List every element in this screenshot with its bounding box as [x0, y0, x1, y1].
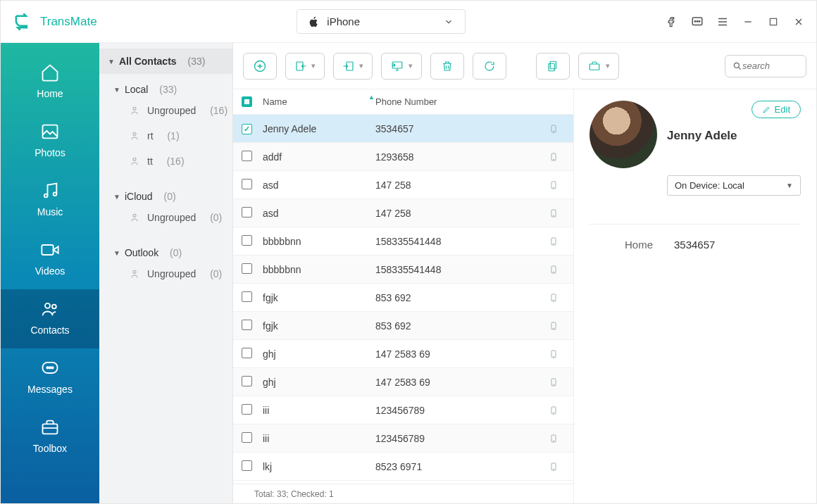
import-button[interactable]: ▾	[285, 53, 325, 80]
row-phone: 147 2583 69	[375, 348, 549, 360]
row-checkbox[interactable]	[242, 348, 252, 358]
device-selector[interactable]: iPhone	[297, 9, 466, 34]
table-header: Name▲ Phone Number	[233, 89, 573, 115]
table-row[interactable]: addf1293658	[233, 143, 573, 171]
detail-name: Jenny Adele	[667, 129, 737, 143]
tree-header-all-contacts[interactable]: ▼ All Contacts (33)	[99, 49, 232, 74]
svg-rect-25	[550, 61, 556, 69]
nav-toolbox[interactable]: Toolbox	[1, 408, 99, 467]
sort-asc-icon: ▲	[368, 94, 375, 101]
svg-rect-15	[43, 424, 58, 434]
table-row[interactable]: fgjk853 692	[233, 284, 573, 312]
person-icon	[130, 268, 142, 279]
minimize-icon[interactable]	[742, 15, 754, 28]
row-checkbox[interactable]	[242, 124, 252, 134]
merge-button[interactable]	[536, 53, 570, 80]
status-bar: Total: 33; Checked: 1	[233, 484, 573, 503]
row-checkbox[interactable]	[242, 179, 252, 189]
tree-leaf[interactable]: Ungrouped (0)	[113, 205, 232, 230]
maximize-icon[interactable]	[767, 15, 780, 28]
svg-point-20	[133, 270, 136, 273]
toolbox-icon	[40, 417, 60, 437]
nav-music[interactable]: Music	[1, 171, 99, 230]
table-row[interactable]: lkj8523 6971	[233, 453, 573, 481]
table-row[interactable]: asd147 258	[233, 171, 573, 199]
home-icon	[40, 63, 60, 82]
row-checkbox[interactable]	[242, 320, 252, 330]
nav-messages[interactable]: Messages	[1, 348, 99, 408]
menu-icon[interactable]	[716, 15, 729, 28]
table-row[interactable]: iii123456789	[233, 396, 573, 424]
checkbox-all[interactable]	[242, 96, 252, 107]
feedback-icon[interactable]	[691, 15, 704, 28]
row-phone: 853 692	[375, 292, 549, 303]
svg-point-3	[699, 20, 700, 22]
row-checkbox[interactable]	[242, 376, 252, 386]
column-phone[interactable]: Phone Number	[375, 96, 565, 107]
tree-group[interactable]: ▼ Outlook (0)	[113, 244, 232, 261]
row-name: fgjk	[263, 292, 375, 303]
row-checkbox[interactable]	[242, 235, 252, 246]
nav-videos[interactable]: Videos	[1, 230, 99, 289]
device-icon	[549, 405, 565, 416]
delete-button[interactable]	[430, 53, 464, 80]
svg-point-42	[554, 300, 554, 301]
facebook-icon[interactable]	[666, 15, 678, 28]
table-row[interactable]: asd147 258	[233, 199, 573, 227]
close-icon[interactable]	[792, 15, 805, 28]
row-checkbox[interactable]	[242, 404, 252, 415]
nav-contacts[interactable]: Contacts	[1, 289, 99, 348]
side-nav: Home Photos Music Videos Contacts Messag…	[1, 43, 99, 503]
search-input[interactable]	[742, 61, 793, 71]
svg-point-34	[554, 187, 554, 188]
photos-icon	[40, 122, 60, 141]
add-button[interactable]	[243, 53, 277, 80]
svg-rect-8	[42, 245, 53, 255]
device-location-select[interactable]: On Device: Local ▼	[667, 175, 801, 196]
edit-button[interactable]: Edit	[751, 101, 801, 118]
nav-home[interactable]: Home	[1, 53, 99, 112]
row-checkbox[interactable]	[242, 207, 252, 218]
column-name[interactable]: Name▲	[263, 96, 375, 107]
row-name: fgjk	[263, 320, 375, 332]
table-row[interactable]: ghj147 2583 69	[233, 340, 573, 368]
export-button[interactable]: ▾	[333, 53, 373, 80]
row-checkbox[interactable]	[242, 151, 252, 161]
svg-point-12	[46, 367, 48, 368]
tree-leaf[interactable]: Ungrouped (0)	[113, 261, 232, 286]
svg-point-16	[133, 107, 136, 110]
caret-down-icon: ▼	[786, 182, 793, 189]
apple-icon	[308, 16, 320, 27]
row-phone: 158335541448	[375, 264, 549, 275]
table-row[interactable]: ghj147 2583 69	[233, 368, 573, 396]
row-checkbox[interactable]	[242, 263, 252, 274]
nav-photos[interactable]: Photos	[1, 112, 99, 171]
row-checkbox[interactable]	[242, 432, 252, 443]
row-name: asd	[263, 208, 375, 219]
tree-group[interactable]: ▼ Local (33)	[113, 81, 232, 98]
svg-point-44	[554, 328, 554, 329]
tree-leaf[interactable]: tt (16)	[113, 149, 232, 174]
table-row[interactable]: Jenny Adele3534657	[233, 115, 573, 143]
refresh-button[interactable]	[473, 53, 506, 80]
search-box[interactable]	[725, 55, 806, 77]
row-checkbox[interactable]	[242, 460, 252, 471]
logo-icon	[12, 12, 32, 32]
table-row[interactable]: fgjk853 692	[233, 312, 573, 340]
table-row[interactable]: iii123456789	[233, 424, 573, 453]
row-phone: 147 258	[375, 208, 549, 219]
tree-group[interactable]: ▼ iCloud (0)	[113, 188, 232, 205]
svg-point-38	[554, 244, 554, 244]
table-row[interactable]: bbbbbnn158335541448	[233, 256, 573, 284]
to-pc-button[interactable]: ▾	[381, 53, 422, 80]
contacts-table-body[interactable]: Jenny Adele3534657addf1293658asd147 258a…	[233, 115, 573, 484]
tree-leaf[interactable]: Ungrouped (16)	[113, 98, 232, 123]
svg-point-13	[49, 367, 51, 368]
row-checkbox[interactable]	[242, 291, 252, 302]
table-row[interactable]: bbbbbnn158335541448	[233, 227, 573, 256]
tree-leaf[interactable]: rt (1)	[113, 123, 232, 149]
group-button[interactable]: ▾	[578, 53, 619, 80]
contacts-icon	[40, 299, 60, 319]
device-icon	[549, 348, 565, 360]
device-icon	[549, 461, 565, 472]
